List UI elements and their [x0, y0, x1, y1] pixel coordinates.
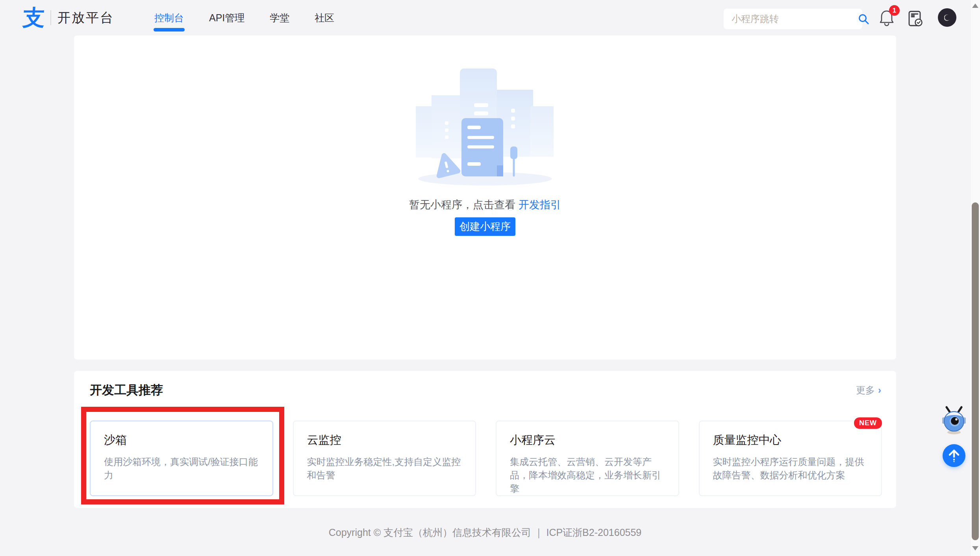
card-miniapp-cloud[interactable]: 小程序云 集成云托管、云营销、云开发等产品，降本增效高稳定，业务增长新引擎 [496, 421, 679, 496]
empty-message-text: 暂无小程序，点击查看 [409, 199, 515, 211]
more-label: 更多 [856, 384, 875, 397]
notification-bell[interactable]: 1 [879, 9, 898, 29]
dev-guide-link[interactable]: 开发指引 [519, 199, 561, 211]
alipay-logo-icon: 支 [22, 7, 46, 29]
card-title: 质量监控中心 [713, 432, 868, 448]
new-badge: NEW [854, 417, 882, 429]
brand-divider [50, 10, 51, 25]
card-sandbox[interactable]: 沙箱 使用沙箱环境，真实调试/验证接口能力 [90, 421, 273, 496]
card-title: 沙箱 [104, 432, 259, 448]
back-to-top-button[interactable] [943, 444, 965, 467]
nav-tab-api[interactable]: API管理 [196, 0, 257, 35]
main-nav: 控制台 API管理 学堂 社区 [142, 0, 347, 35]
nav-tab-school[interactable]: 学堂 [257, 0, 302, 35]
assistant-robot-button[interactable] [942, 406, 966, 436]
vertical-scrollbar [970, 0, 980, 556]
card-cloud-monitor[interactable]: 云监控 实时监控业务稳定性,支持自定义监控和告警 [293, 421, 476, 496]
create-miniapp-button[interactable]: 创建小程序 [455, 217, 515, 236]
nav-tab-community[interactable]: 社区 [302, 0, 347, 35]
card-desc: 实时监控业务稳定性,支持自定义监控和告警 [307, 455, 462, 482]
card-title: 云监控 [307, 432, 462, 448]
card-desc: 集成云托管、云营销、云开发等产品，降本增效高稳定，业务增长新引擎 [510, 455, 665, 495]
nav-tab-console[interactable]: 控制台 [142, 0, 196, 35]
dev-tools-panel: 开发工具推荐 更多 › 沙箱 使用沙箱环境，真实调试/验证接口能力 云监控 实时… [74, 371, 896, 508]
more-link[interactable]: 更多 › [856, 384, 881, 397]
chevron-right-icon: › [878, 385, 881, 396]
robot-mascot-icon [942, 406, 966, 436]
search-box [724, 9, 862, 29]
miniapp-empty-panel: 暂无小程序，点击查看开发指引 创建小程序 [74, 35, 896, 360]
card-title: 小程序云 [510, 432, 665, 448]
tool-cards-row: 沙箱 使用沙箱环境，真实调试/验证接口能力 云监控 实时监控业务稳定性,支持自定… [90, 421, 882, 493]
clipboard-check-icon [908, 10, 923, 28]
section-title: 开发工具推荐 [90, 382, 163, 398]
empty-state-illustration [412, 62, 558, 196]
card-desc: 使用沙箱环境，真实调试/验证接口能力 [104, 455, 259, 482]
arrow-up-icon [948, 449, 960, 462]
footer-copyright: Copyright © 支付宝（杭州）信息技术有限公司 ｜ ICP证浙B2-20… [0, 526, 970, 539]
empty-state-message: 暂无小程序，点击查看开发指引 [74, 198, 896, 212]
scrollbar-up-arrow[interactable] [972, 4, 978, 8]
card-quality-center[interactable]: NEW 质量监控中心 实时监控小程序运行质量问题，提供故障告警、数据分析和优化方… [699, 421, 882, 496]
card-desc: 实时监控小程序运行质量问题，提供故障告警、数据分析和优化方案 [713, 455, 868, 482]
search-icon[interactable] [858, 13, 869, 25]
search-input[interactable] [724, 13, 858, 24]
notification-badge: 1 [889, 5, 900, 16]
brand-logo[interactable]: 支 开放平台 [23, 7, 114, 29]
brand-title: 开放平台 [57, 9, 114, 27]
tasks-button[interactable] [908, 10, 923, 28]
scrollbar-down-arrow[interactable] [972, 546, 978, 550]
scrollbar-thumb[interactable] [972, 202, 979, 540]
avatar[interactable] [938, 8, 956, 27]
crescent-icon [944, 14, 950, 21]
